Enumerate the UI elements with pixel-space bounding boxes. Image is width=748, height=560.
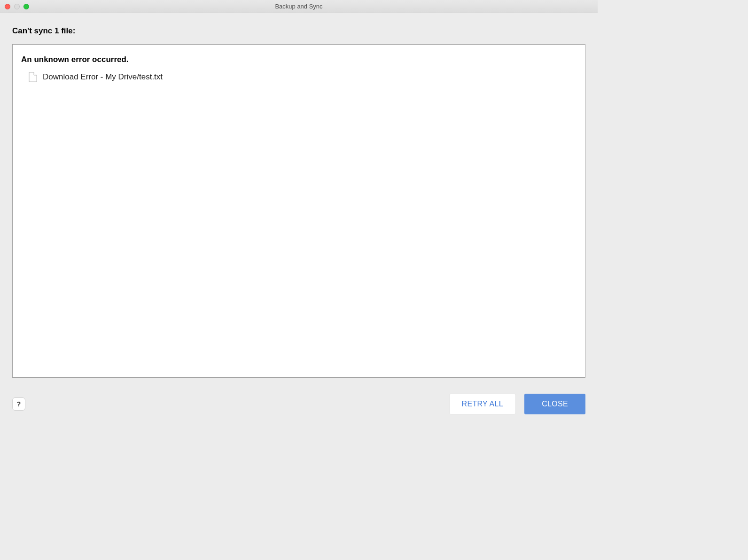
page-heading: Can't sync 1 file:	[12, 26, 585, 36]
minimize-window-icon[interactable]	[14, 4, 20, 9]
close-window-icon[interactable]	[5, 4, 10, 9]
zoom-window-icon[interactable]	[23, 4, 29, 9]
error-panel: An unknown error occurred. Download Erro…	[12, 44, 585, 378]
window-titlebar: Backup and Sync	[0, 0, 598, 13]
file-label: Download Error - My Drive/test.txt	[43, 72, 163, 82]
retry-all-button[interactable]: RETRY ALL	[449, 394, 516, 414]
file-icon	[29, 72, 37, 82]
window-title: Backup and Sync	[0, 3, 598, 10]
close-button[interactable]: CLOSE	[524, 394, 585, 414]
help-icon: ?	[17, 400, 21, 408]
error-title: An unknown error occurred.	[21, 55, 577, 64]
traffic-lights	[0, 4, 29, 9]
footer: ? RETRY ALL CLOSE	[0, 387, 598, 414]
content-area: Can't sync 1 file: An unknown error occu…	[0, 13, 598, 387]
list-item[interactable]: Download Error - My Drive/test.txt	[21, 72, 577, 82]
help-button[interactable]: ?	[12, 397, 25, 411]
